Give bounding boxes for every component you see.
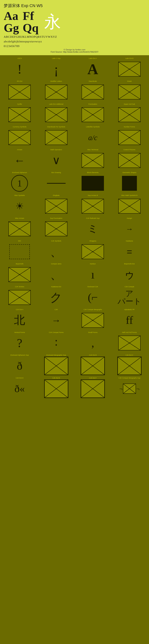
cell-content-verticalforms: ? <box>7 334 33 352</box>
grid-cell-cjkcompat: CJK Compat ア パート <box>111 285 148 308</box>
grid-cell-cjkcompatideo: CJK Compat Ideographs <box>75 308 111 330</box>
cell-label-dingbats: Dingbats <box>53 194 60 196</box>
xbox-halffulls <box>118 336 141 350</box>
cell-content-letterlike: a/c <box>80 128 106 147</box>
cell-label-kangxi: Kangxi <box>127 217 132 220</box>
xbox-numforms <box>118 130 141 145</box>
glyph-grid: ASCII ! Latin 1 Sup ¡ Latin Ext A A Lati… <box>0 55 149 400</box>
cell-content-dingbats <box>43 197 69 216</box>
header-glyphs: Aa Gg Ff Qq 永 <box>4 10 145 34</box>
glyph-arrow-right: → <box>126 224 133 233</box>
cell-content-cjkextd: ð« <box>7 380 33 398</box>
cell-content-modifier <box>43 83 69 101</box>
cell-content-bopomofoext: ゥ <box>116 265 142 284</box>
cell-label-cjkcompatforms: CJK Compat Forms <box>49 332 64 334</box>
xbox-modifier <box>45 84 67 100</box>
cell-content-cjkcompatforms: ∶ <box>43 334 69 352</box>
cell-content-hiragana <box>80 242 106 261</box>
cell-label-currency: Currency Symbols <box>13 126 27 128</box>
xbox-cjkstrokes <box>8 290 31 305</box>
cell-content-blockelems <box>80 174 106 192</box>
cell-label-cjkextf: CJK Ext F <box>89 377 97 379</box>
grid-cell-cjkcompatideosup: CJK Compat Ideographs Sup ¬ ¬ <box>111 376 148 399</box>
cell-content-smallforms: , <box>80 334 106 352</box>
grid-cell-latinexta: Latin Ext A A <box>75 57 111 79</box>
glyph-exclamation: ! <box>17 62 22 76</box>
grid-cell-cjkcompatforms: CJK Compat Forms ∶ <box>38 331 75 353</box>
xbox-suppunct <box>45 222 67 236</box>
cell-label-ipaext: IPA Ext <box>17 80 22 82</box>
xbox-misctech <box>82 153 104 168</box>
grid-cell-cjksymbols: CJK Symbols 、 <box>38 239 75 262</box>
grid-cell-katakanaext: Katakana Ext ク <box>38 285 75 308</box>
grid-cell-enclosedalphasup: Enclosed Alphanum Sup ð <box>2 354 38 376</box>
cell-content-suparrowsb <box>80 197 106 216</box>
glyph-Gg: Gg <box>4 22 19 34</box>
cell-label-bopomofo: Bopomofo <box>16 263 24 265</box>
glyph-ideographic-comma: 、 <box>50 244 62 260</box>
xbox-superandsub <box>118 107 141 122</box>
grid-cell-cjkradicalsup: CJK Radicals Sup ミ <box>75 216 111 239</box>
cell-content-kangxi: → <box>116 220 142 238</box>
glyph-black-rect <box>82 176 104 191</box>
cell-content-ipaext <box>7 83 33 101</box>
glyph-circle-1: 1 <box>11 175 28 192</box>
glyph-dash-box <box>9 244 30 259</box>
cell-label-enclosedcjk: Enclosed CJK <box>88 286 98 288</box>
xbox-currency <box>8 130 31 145</box>
credit-text: © Design by fontke.com <box>4 48 145 51</box>
grid-cell-misctech: Misc Technical <box>75 148 111 170</box>
cell-label-latinexta: Latin Ext A <box>89 58 97 60</box>
cell-label-enclosedalpha: Enclosed Alphanum <box>12 172 27 174</box>
cell-label-katakanaext: Katakana Ext <box>51 286 61 288</box>
cell-label-greek: Greek <box>127 80 132 82</box>
grid-cell-suparrowsb: Sup Arrows B <box>75 194 111 216</box>
glyph-apart: ア パート <box>117 290 141 305</box>
cell-content-punctuation <box>80 106 106 124</box>
cell-label-suppunct: Sup Punctuation <box>50 217 62 220</box>
glyph-small-comma: , <box>91 337 94 350</box>
glyph-A: A <box>87 62 98 76</box>
cell-content-diacriticals <box>80 83 106 101</box>
xbox-latinextadd <box>45 107 67 122</box>
cell-label-cjkexte: CJK Ext E <box>52 377 60 379</box>
cell-label-enclosedideosup: Enclosed Ideographic Sup <box>46 354 66 356</box>
cell-label-hiragana: Hiragana <box>89 240 96 242</box>
cell-label-miscsymbols: Misc Symbols <box>14 194 25 196</box>
cell-label-cjkextd: CJK Ext D <box>16 377 24 379</box>
grid-cell-suppunct: Sup Punctuation <box>38 216 75 239</box>
cell-label-idc: IDC <box>18 240 21 242</box>
glyph-Aa: Aa <box>4 10 19 22</box>
glyph-hiragana-a: ゥ <box>124 267 135 282</box>
grid-cell-enclosedcjk: Enclosed CJK (⌐ <box>75 285 111 308</box>
cell-label-halffulls: Half And Full Forms <box>122 332 137 334</box>
cell-content-enclosedalphasup: ð <box>7 356 33 375</box>
cell-label-cjk: CJK <box>55 308 58 311</box>
cell-content-controlpics <box>116 151 142 170</box>
cell-label-controlpics: Control Pictures <box>123 149 135 151</box>
cell-label-latinextadd: Latin Ext Additional <box>49 103 63 105</box>
cell-content-latinextb <box>116 60 142 78</box>
glyph-katakana-mi: ミ <box>88 222 98 236</box>
grid-cell-bopomofo: Bopomofo <box>2 262 38 285</box>
grid-cell-katakana: Katakana = <box>111 239 148 262</box>
cell-content-cjkexta: 北 <box>7 311 33 330</box>
grid-cell-enclosedalpha: Enclosed Alphanum 1 <box>2 171 38 193</box>
cell-label-cjkstrokes: CJK Strokes <box>15 286 24 288</box>
xbox-suparrowsb <box>82 199 104 214</box>
xbox-greek <box>118 84 141 100</box>
cell-label-kanbun: Kanbun <box>90 263 96 265</box>
xbox-miscarrows <box>8 222 31 236</box>
cell-label-boxdrawing: Box Drawing <box>51 172 61 174</box>
glyph-complex-last: ¬ ¬ <box>119 384 139 394</box>
glyph-inv-exclaim: ¡ <box>54 62 59 76</box>
grid-cell-compatjamo: Compat Jamo 、 <box>38 262 75 285</box>
grid-cell-latinextadd: Latin Ext Additional <box>38 102 75 125</box>
glyph-line-h <box>47 183 66 184</box>
cell-content-latin1sup: ¡ <box>43 60 69 78</box>
cell-content-mathops: ∨ <box>43 151 69 170</box>
grid-cell-diacsymbols: Diacriticals For Symbols <box>38 125 75 148</box>
cell-label-compatjamo: Compat Jamo <box>51 263 61 265</box>
cell-content-currency <box>7 128 33 147</box>
grid-cell-miscarrows: Misc Arrows <box>2 216 38 239</box>
